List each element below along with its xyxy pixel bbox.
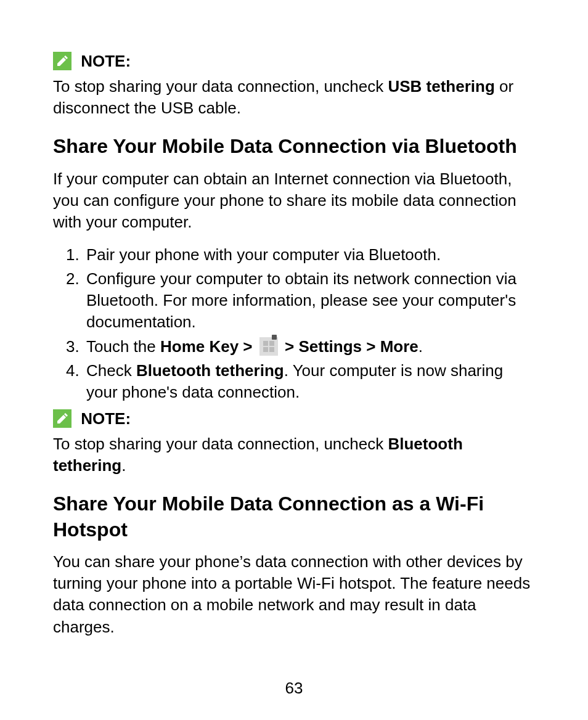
list-item: Configure your computer to obtain its ne… — [84, 268, 535, 333]
steps-list: Pair your phone with your computer via B… — [53, 244, 535, 403]
apps-grid-icon — [259, 337, 278, 356]
text: . — [419, 337, 423, 356]
bold-text: USB tethering — [388, 77, 494, 96]
text: . — [121, 456, 126, 475]
text: Check — [86, 361, 136, 380]
list-item: Check Bluetooth tethering. Your computer… — [84, 360, 535, 403]
text: To stop sharing your data connection, un… — [53, 77, 388, 96]
note-label: NOTE: — [81, 409, 131, 428]
section-heading-bluetooth: Share Your Mobile Data Connection via Bl… — [53, 134, 535, 160]
list-item: Touch the Home Key > > Settings > More. — [84, 336, 535, 358]
note-header: NOTE: — [53, 408, 535, 430]
bold-text: > Settings > More — [285, 337, 419, 356]
section-intro: You can share your phone’s data connecti… — [53, 551, 535, 637]
note-header: NOTE: — [53, 51, 535, 72]
bold-text: Home Key > — [160, 337, 253, 356]
list-item: Pair your phone with your computer via B… — [84, 244, 535, 266]
pencil-icon — [53, 409, 71, 428]
pencil-icon — [53, 52, 71, 70]
text: Touch the — [86, 337, 160, 356]
section-intro: If your computer can obtain an Internet … — [53, 168, 535, 233]
page-number: 63 — [0, 677, 588, 699]
note-body: To stop sharing your data connection, un… — [53, 433, 535, 477]
section-heading-wifi: Share Your Mobile Data Connection as a W… — [53, 491, 535, 542]
note-body: To stop sharing your data connection, un… — [53, 76, 535, 119]
text: To stop sharing your data connection, un… — [53, 435, 388, 453]
note-label: NOTE: — [81, 52, 131, 70]
bold-text: Bluetooth tethering — [136, 361, 284, 380]
